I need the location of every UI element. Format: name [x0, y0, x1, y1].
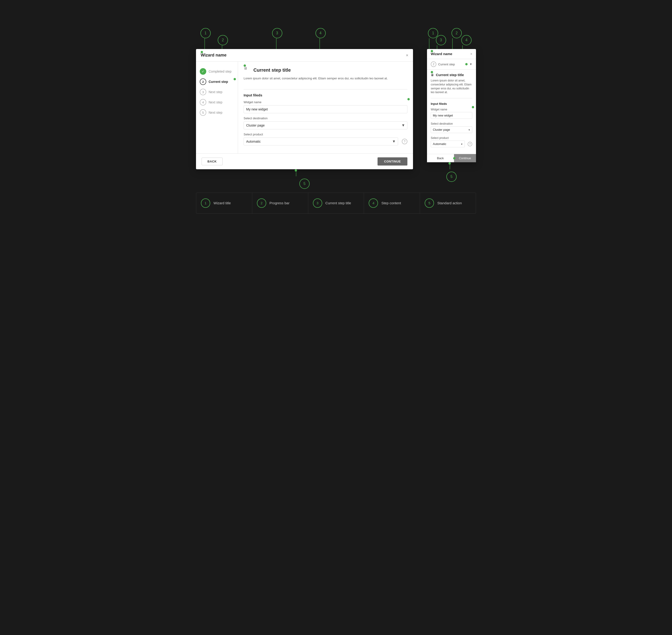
- legend-circle-4: 4: [369, 198, 378, 208]
- widget-name-input-sm[interactable]: [431, 112, 472, 119]
- step-label-5: Next step: [208, 111, 222, 114]
- full-layout: 1 2 3 4: [196, 9, 476, 214]
- ann-circle-1-small: 1: [428, 28, 438, 38]
- ann-dot-4-sm: [472, 106, 474, 108]
- ann-circle-2-small: 2: [451, 28, 462, 38]
- field-group-widget-name: Widget name: [244, 101, 407, 113]
- dest-select-sm[interactable]: Cluster page: [431, 126, 472, 133]
- wizard-close-sm[interactable]: ×: [470, 52, 472, 56]
- legend-circle-3: 3: [313, 198, 322, 208]
- step-title-sm: Current step title: [436, 73, 464, 77]
- help-icon-sm[interactable]: ?: [468, 142, 472, 146]
- large-wizard-wrapper: 1 2 3 4: [196, 28, 413, 174]
- ann-circle-4-small: 4: [461, 35, 472, 45]
- step-icon: 🖥: [244, 66, 251, 74]
- input-fields-title: Input fileds: [244, 93, 407, 97]
- step-title: Current step title: [253, 67, 291, 73]
- ann-dot-2-sm: [465, 63, 468, 65]
- field-group-widget-sm: Widget name: [431, 108, 472, 119]
- step-description-sm: Lorem ipsum dolor sit amet, consectetur …: [431, 79, 472, 94]
- destination-select[interactable]: Cluster page Option 2: [244, 122, 407, 129]
- ann-dot-2: [233, 78, 236, 80]
- help-icon[interactable]: ?: [402, 139, 407, 144]
- legend-item-2: 2 Progress bar: [252, 193, 308, 213]
- field-group-product: Select product Automatic Option 2 ▼ ?: [244, 133, 407, 146]
- wizard-modal-large: Wizard name × ✓: [196, 49, 413, 169]
- continue-button[interactable]: CONTINUE: [378, 157, 407, 166]
- step-item-4[interactable]: 4 Next step: [200, 97, 234, 107]
- wizard-title-sm: Wizard name: [431, 52, 452, 56]
- wizard-close-button[interactable]: ×: [406, 53, 408, 58]
- legend-circle-5: 5: [425, 198, 434, 208]
- wizard-sidebar: ✓ Completed step 2 Current step: [196, 62, 238, 153]
- wizard-title-sm-wrap: Wizard name: [431, 52, 452, 56]
- step-item-2[interactable]: 2 Current step: [200, 76, 234, 87]
- product-select-wrap-sm: Automatic ▼: [431, 140, 465, 147]
- wizard-modal-small: Wizard name × 2 Current step ▼: [427, 49, 476, 162]
- step-item-5[interactable]: 5 Next step: [200, 107, 234, 118]
- widget-name-input[interactable]: [244, 105, 407, 113]
- chevron-down-icon-sm: ▼: [469, 63, 472, 66]
- back-button[interactable]: BACK: [202, 158, 223, 165]
- wizard-footer: BACK CONTINUE: [196, 153, 413, 169]
- step-label-4: Next step: [208, 101, 222, 104]
- ann-circle-5-small: 5: [446, 172, 457, 182]
- legend-circle-1: 1: [201, 198, 210, 208]
- legend-bar: 1 Wizard title 2 Progress bar 3 Current …: [196, 193, 476, 214]
- step-header: 🖥 Current step title: [244, 66, 407, 74]
- step-selector-left: 2 Current step: [431, 61, 455, 67]
- step-item-1[interactable]: ✓ Completed step: [200, 66, 234, 76]
- ann-circle-2-large: 2: [218, 35, 228, 45]
- step-number-4: 4: [200, 99, 206, 106]
- ann-circle-1-large: 1: [200, 28, 211, 38]
- product-select-sm[interactable]: Automatic: [431, 140, 465, 147]
- ann-dot-5-sm: [453, 157, 455, 159]
- wizard-content: 🖥 Current step title Lorem ipsum dolor s…: [238, 62, 413, 153]
- step-selector-label: Current step: [438, 63, 455, 66]
- step-label-2: Current step: [208, 80, 228, 84]
- step-header-sm: 🖥 Current step title: [431, 73, 472, 77]
- product-select-wrapper: Automatic Option 2 ▼: [244, 137, 398, 146]
- field-select-destination-wrapper: Cluster page Option 2 ▼: [244, 122, 407, 129]
- field-label-widget-sm: Widget name: [431, 108, 472, 111]
- input-fields-title-sm: Input fileds: [431, 102, 472, 106]
- step-number-3: 3: [200, 89, 206, 95]
- ann-circle-3-large: 3: [272, 28, 282, 38]
- wizard-title: Wizard name: [201, 53, 227, 58]
- legend-item-4: 4 Step content: [364, 193, 420, 213]
- product-row-sm: Automatic ▼ ?: [431, 140, 472, 147]
- field-label-product-sm: Select product: [431, 136, 472, 139]
- continue-btn-wrap-sm: Continue: [454, 154, 476, 162]
- continue-button-sm[interactable]: Continue: [454, 154, 476, 162]
- ann-dot-3-sm: [431, 71, 433, 73]
- ann-circle-5-large: 5: [299, 179, 310, 189]
- back-button-sm[interactable]: Back: [427, 154, 454, 162]
- ann-dot-5-large: [295, 169, 297, 172]
- field-label-product: Select product: [244, 133, 407, 136]
- step-number-1: ✓: [200, 68, 206, 75]
- field-group-dest-sm: Select destination Cluster page ▼: [431, 122, 472, 133]
- step-number-2: 2: [200, 79, 206, 85]
- ann-dot-4: [407, 98, 410, 101]
- step-icon-sm: 🖥: [431, 73, 434, 77]
- conn-svg-small: [427, 28, 476, 49]
- product-select[interactable]: Automatic Option 2: [244, 137, 398, 146]
- step-selector[interactable]: 2 Current step ▼: [427, 59, 476, 70]
- ann-circle-3-small: 3: [436, 35, 446, 45]
- wizard-content-sm: 🖥 Current step title Lorem ipsum dolor s…: [427, 70, 476, 154]
- step-label-3: Next step: [208, 90, 222, 94]
- field-group-destination: Select destination Cluster page Option 2…: [244, 116, 407, 129]
- small-top-annotations: 1 2 3 4: [427, 28, 476, 49]
- legend-label-2: Progress bar: [269, 201, 290, 205]
- legend-item-1: 1 Wizard title: [196, 193, 252, 213]
- step-description: Lorem ipsum dolor sit amet, consectetur …: [244, 76, 407, 81]
- legend-label-3: Current step title: [326, 201, 351, 205]
- field-label-dest-sm: Select destination: [431, 122, 472, 125]
- step-item-3[interactable]: 3 Next step: [200, 87, 234, 97]
- divider: [244, 89, 407, 89]
- legend-circle-2: 2: [257, 198, 266, 208]
- step-number-5: 5: [200, 109, 206, 116]
- field-group-product-sm: Select product Automatic ▼ ?: [431, 136, 472, 147]
- ann-dot-5-bottom-sm: [448, 162, 451, 165]
- large-top-annotations: 1 2 3 4: [196, 28, 413, 49]
